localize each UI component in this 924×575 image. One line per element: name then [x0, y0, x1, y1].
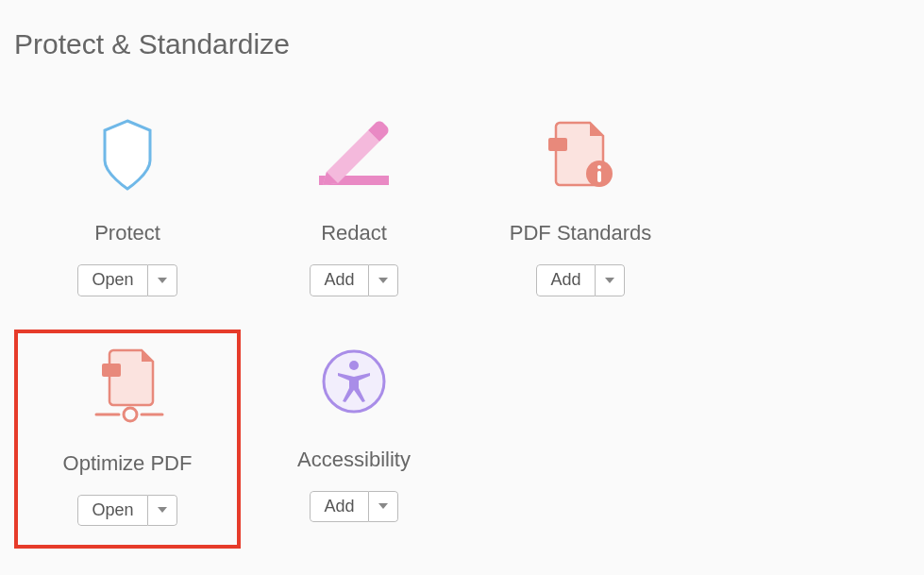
add-button-redact[interactable]: Add	[310, 264, 368, 296]
optimize-pdf-icon	[87, 343, 168, 428]
tool-label-pdf-standards: PDF Standards	[510, 221, 651, 245]
svg-point-8	[124, 408, 137, 421]
svg-point-10	[349, 361, 359, 370]
svg-rect-4	[597, 171, 601, 182]
chevron-down-icon	[378, 503, 388, 509]
section-title: Protect & Standardize	[14, 28, 910, 60]
tool-label-protect: Protect	[94, 221, 160, 245]
split-button-protect: Open	[77, 264, 176, 296]
svg-rect-3	[597, 165, 601, 169]
dropdown-caret-protect[interactable]	[148, 264, 177, 296]
split-button-pdf-standards: Add	[536, 264, 624, 296]
add-button-pdf-standards[interactable]: Add	[536, 264, 595, 296]
chevron-down-icon	[605, 278, 614, 283]
tool-card-redact[interactable]: Redact Add	[241, 103, 467, 315]
dropdown-caret-redact[interactable]	[369, 264, 398, 296]
tool-card-pdf-standards[interactable]: PDF Standards Add	[467, 103, 694, 315]
tool-card-protect[interactable]: Protect Open	[14, 103, 241, 315]
open-button-optimize-pdf[interactable]: Open	[77, 495, 147, 527]
chevron-down-icon	[158, 278, 167, 283]
tool-card-accessibility[interactable]: Accessibility Add	[241, 330, 467, 550]
chevron-down-icon	[378, 278, 388, 283]
tool-label-redact: Redact	[321, 221, 387, 245]
accessibility-icon	[321, 339, 387, 424]
split-button-optimize-pdf: Open	[77, 495, 176, 527]
open-button-protect[interactable]: Open	[77, 264, 147, 296]
dropdown-caret-optimize-pdf[interactable]	[148, 495, 177, 527]
split-button-accessibility: Add	[310, 491, 397, 523]
split-button-redact: Add	[310, 264, 397, 296]
chevron-down-icon	[158, 507, 167, 513]
shield-icon	[97, 112, 158, 197]
tool-label-accessibility: Accessibility	[297, 448, 411, 472]
dropdown-caret-accessibility[interactable]	[369, 491, 398, 523]
tool-label-optimize-pdf: Optimize PDF	[63, 451, 193, 476]
dropdown-caret-pdf-standards[interactable]	[596, 264, 625, 296]
add-button-accessibility[interactable]: Add	[310, 491, 368, 523]
pdf-standards-icon	[543, 112, 618, 197]
tools-grid: Protect Open Redact Add	[14, 103, 910, 563]
svg-rect-5	[102, 364, 121, 377]
redact-icon	[313, 112, 395, 197]
svg-rect-1	[548, 138, 567, 151]
tool-card-optimize-pdf[interactable]: Optimize PDF Open	[14, 330, 241, 550]
